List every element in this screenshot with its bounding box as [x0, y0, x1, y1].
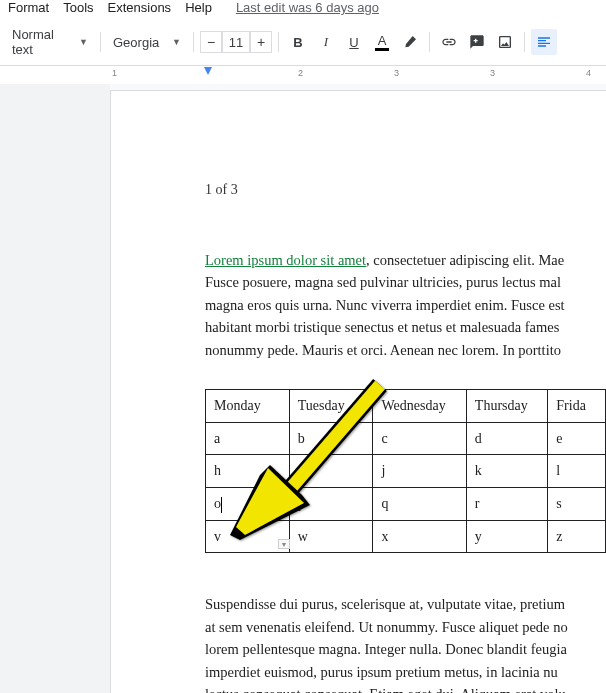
table-row: v w x y z — [206, 520, 606, 553]
table-cell[interactable]: a — [206, 422, 290, 455]
italic-button[interactable]: I — [313, 29, 339, 55]
table-cell[interactable]: r — [466, 488, 548, 521]
table-cell[interactable]: c — [373, 422, 466, 455]
table-cell[interactable]: e — [548, 422, 606, 455]
underline-button[interactable]: U — [341, 29, 367, 55]
table-cell[interactable]: p — [289, 488, 373, 521]
table-cell[interactable]: h — [206, 455, 290, 488]
horizontal-ruler[interactable]: 1 2 3 3 4 — [104, 66, 606, 80]
table-header-cell[interactable]: Frida — [548, 390, 606, 423]
highlight-color-button[interactable] — [397, 29, 423, 55]
font-dropdown[interactable]: Georgia ▼ — [107, 31, 187, 54]
para-text: habitant morbi tristique senectus et net… — [205, 319, 559, 335]
highlighter-icon — [402, 34, 418, 50]
para-text: lorem pellentesque magna. Integer nulla.… — [205, 641, 567, 657]
ruler-tick: 4 — [586, 68, 591, 78]
table-header-cell[interactable]: Wednesday — [373, 390, 466, 423]
chevron-down-icon: ▼ — [172, 37, 181, 47]
increase-font-size-button[interactable]: + — [250, 31, 272, 53]
menu-tools[interactable]: Tools — [63, 0, 93, 15]
document-table[interactable]: Monday Tuesday Wednesday Thursday Frida … — [205, 389, 606, 553]
para-text: lectus consequat consequat. Etiam eget d… — [205, 686, 566, 693]
table-header-cell[interactable]: Tuesday — [289, 390, 373, 423]
document-page[interactable]: 1 of 3 Lorem ipsum dolor sit amet, conse… — [110, 90, 606, 693]
para-text: magna eros quis urna. Nunc viverra imper… — [205, 297, 565, 313]
ruler-tick: 2 — [298, 68, 303, 78]
decrease-font-size-button[interactable]: − — [200, 31, 222, 53]
para-text: , consectetuer adipiscing elit. Mae — [366, 252, 564, 268]
ruler-tick: 3 — [490, 68, 495, 78]
image-icon — [497, 34, 513, 50]
separator — [100, 32, 101, 52]
document-canvas: 1 of 3 Lorem ipsum dolor sit amet, conse… — [0, 84, 606, 693]
table-cell[interactable]: w — [289, 520, 373, 553]
table-cell[interactable]: d — [466, 422, 548, 455]
align-left-icon — [536, 34, 552, 50]
text-color-label: A — [378, 33, 387, 48]
menu-format[interactable]: Format — [8, 0, 49, 15]
table-row: a b c d e — [206, 422, 606, 455]
table-cell[interactable]: z — [548, 520, 606, 553]
insert-image-button[interactable] — [492, 29, 518, 55]
table-header-cell[interactable]: Monday — [206, 390, 290, 423]
table-cell[interactable]: l — [548, 455, 606, 488]
table-cell[interactable]: k — [466, 455, 548, 488]
table-cell[interactable]: q — [373, 488, 466, 521]
menu-extensions[interactable]: Extensions — [108, 0, 172, 15]
paragraph-1[interactable]: Lorem ipsum dolor sit amet, consectetuer… — [205, 249, 606, 361]
text-cursor — [221, 497, 222, 513]
paragraph-style-dropdown[interactable]: Normal text ▼ — [6, 23, 94, 61]
para-text: imperdiet euismod, purus ipsum pretium m… — [205, 664, 558, 680]
ruler-area: 1 2 3 3 4 — [0, 66, 606, 84]
cell-text: o — [214, 496, 221, 511]
indent-marker-icon[interactable] — [204, 67, 212, 75]
para-text: Suspendisse dui purus, scelerisque at, v… — [205, 596, 565, 612]
text-color-bar — [375, 48, 389, 51]
insert-link-button[interactable] — [436, 29, 462, 55]
table-header-cell[interactable]: Thursday — [466, 390, 548, 423]
table-cell[interactable]: y — [466, 520, 548, 553]
lorem-link[interactable]: Lorem ipsum dolor sit amet — [205, 252, 366, 268]
text-color-button[interactable]: A — [369, 29, 395, 55]
para-text: at sem venenatis eleifend. Ut nonummy. F… — [205, 619, 568, 635]
paragraph-style-label: Normal text — [12, 27, 73, 57]
toolbar: Normal text ▼ Georgia ▼ − + B I U A — [0, 19, 606, 66]
menu-help[interactable]: Help — [185, 0, 212, 15]
menu-bar: Format Tools Extensions Help Last edit w… — [0, 0, 606, 19]
chevron-down-icon: ▼ — [79, 37, 88, 47]
separator — [278, 32, 279, 52]
table-row: h i j k l — [206, 455, 606, 488]
paragraph-2[interactable]: Suspendisse dui purus, scelerisque at, v… — [205, 593, 606, 693]
ruler-tick: 3 — [394, 68, 399, 78]
font-size-input[interactable] — [222, 31, 250, 53]
table-cell[interactable]: x — [373, 520, 466, 553]
table-options-handle[interactable]: ▼ — [278, 539, 290, 549]
page-number: 1 of 3 — [205, 179, 606, 201]
align-left-button[interactable] — [531, 29, 557, 55]
table-cell[interactable]: s — [548, 488, 606, 521]
table-cell-active[interactable]: o — [206, 488, 290, 521]
svg-marker-0 — [204, 67, 212, 75]
table-cell[interactable]: i — [289, 455, 373, 488]
table-cell[interactable]: v — [206, 520, 290, 553]
add-comment-button[interactable] — [464, 29, 490, 55]
separator — [524, 32, 525, 52]
table-header-row: Monday Tuesday Wednesday Thursday Frida — [206, 390, 606, 423]
comment-icon — [469, 34, 485, 50]
last-edit-info[interactable]: Last edit was 6 days ago — [236, 0, 379, 15]
separator — [193, 32, 194, 52]
table-row: o p q r s — [206, 488, 606, 521]
font-label: Georgia — [113, 35, 159, 50]
table-cell[interactable]: j — [373, 455, 466, 488]
link-icon — [441, 34, 457, 50]
para-text: nonummy pede. Mauris et orci. Aenean nec… — [205, 342, 561, 358]
para-text: Fusce posuere, magna sed pulvinar ultric… — [205, 274, 561, 290]
table-cell[interactable]: b — [289, 422, 373, 455]
left-gutter — [0, 84, 110, 693]
separator — [429, 32, 430, 52]
bold-button[interactable]: B — [285, 29, 311, 55]
font-size-group: − + — [200, 31, 272, 53]
ruler-tick: 1 — [112, 68, 117, 78]
